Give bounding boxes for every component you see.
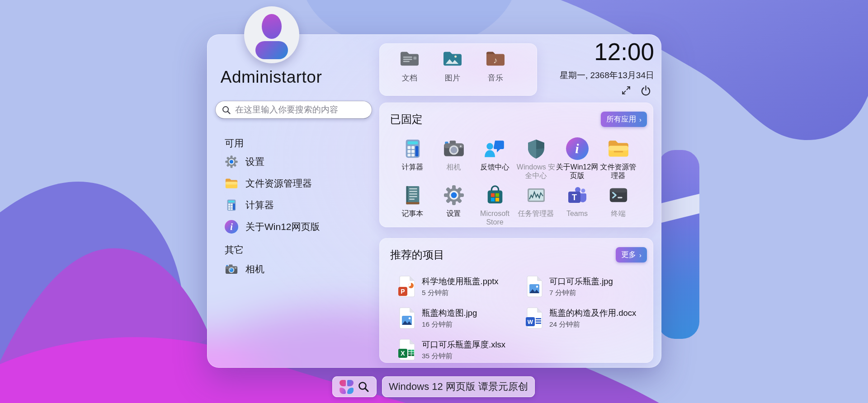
all-apps-button[interactable]: 所有应用 › bbox=[601, 112, 647, 127]
more-label: 更多 bbox=[621, 250, 636, 260]
search-input[interactable] bbox=[235, 105, 366, 115]
sidebar-item-settings[interactable]: 设置 bbox=[225, 151, 369, 173]
store-icon bbox=[483, 183, 507, 207]
svg-text:P: P bbox=[401, 288, 405, 295]
file-name: 科学地使用瓶盖.pptx bbox=[422, 276, 499, 287]
music-folder-icon: ♪ bbox=[485, 49, 506, 70]
notepad-icon bbox=[401, 183, 425, 207]
sidebar-item-label: 关于Win12网页版 bbox=[245, 220, 320, 233]
sidebar-item-camera[interactable]: 相机 bbox=[225, 258, 369, 280]
expand-button[interactable] bbox=[620, 84, 632, 96]
pinned-app-label: 任务管理器 bbox=[514, 210, 557, 218]
pinned-app-teams[interactable]: T Teams bbox=[557, 183, 598, 230]
sidebar-item-label: 计算器 bbox=[245, 199, 274, 211]
file-time: 7 分钟前 bbox=[549, 288, 613, 298]
search-bar[interactable] bbox=[215, 101, 372, 119]
gear-icon bbox=[225, 155, 238, 169]
folder-tile-pictures[interactable]: 图片 bbox=[433, 49, 472, 83]
folder-label: 文档 bbox=[402, 73, 417, 83]
recommended-item[interactable]: X 可口可乐瓶盖厚度.xlsx 35 分钟前 bbox=[398, 334, 525, 366]
powerpoint-file-icon: P bbox=[398, 276, 416, 297]
sidebar-item-file-explorer[interactable]: 文件资源管理器 bbox=[225, 173, 369, 194]
watermark-stripe bbox=[658, 190, 699, 226]
windows-logo-icon[interactable] bbox=[340, 380, 354, 394]
pinned-title: 已固定 bbox=[390, 112, 423, 127]
pinned-app-label: 记事本 bbox=[391, 210, 434, 218]
quick-folders-card: 文档 图片 ♪ 音乐 bbox=[379, 43, 537, 96]
pinned-app-about-win12[interactable]: i 关于Win12网页版 bbox=[557, 137, 598, 183]
pinned-app-microsoft-store[interactable]: Microsoft Store bbox=[474, 183, 515, 230]
taskbar-brand-pill[interactable]: Windows 12 网页版 谭景元原创 bbox=[382, 376, 535, 397]
folder-icon bbox=[225, 177, 238, 190]
camera-icon bbox=[442, 137, 466, 160]
calculator-icon bbox=[401, 137, 425, 160]
folder-tile-documents[interactable]: 文档 bbox=[390, 49, 429, 83]
pinned-app-feedback-hub[interactable]: 反馈中心 bbox=[474, 137, 515, 183]
file-time: 16 分钟前 bbox=[422, 320, 477, 329]
recommended-item[interactable]: 可口可乐瓶盖.jpg 7 分钟前 bbox=[525, 271, 653, 302]
windows-watermark-logo bbox=[658, 150, 699, 339]
sidebar-item-calculator[interactable]: 计算器 bbox=[225, 194, 369, 216]
power-icon bbox=[640, 85, 651, 96]
word-file-icon: W bbox=[525, 307, 543, 329]
folder-tile-music[interactable]: ♪ 音乐 bbox=[476, 49, 515, 83]
pinned-app-label: 反馈中心 bbox=[473, 163, 516, 172]
more-button[interactable]: 更多 › bbox=[616, 247, 647, 262]
recommended-item[interactable]: P 科学地使用瓶盖.pptx 5 分钟前 bbox=[398, 271, 525, 302]
pinned-app-label: 计算器 bbox=[391, 163, 434, 172]
camera-icon bbox=[225, 262, 238, 276]
desktop-screen: Administartor 可用 bbox=[0, 0, 868, 403]
excel-file-icon: X bbox=[398, 339, 416, 361]
info-icon: i bbox=[566, 137, 589, 160]
pinned-app-task-manager[interactable]: 任务管理器 bbox=[515, 183, 557, 230]
terminal-icon bbox=[607, 183, 630, 207]
file-name: 瓶盖的构造及作用.docx bbox=[549, 307, 636, 319]
folder-label: 图片 bbox=[445, 73, 460, 83]
file-time: 5 分钟前 bbox=[422, 288, 499, 298]
pinned-app-label: Windows 安全中心 bbox=[514, 163, 557, 180]
pinned-app-label: 相机 bbox=[432, 163, 475, 172]
gear-icon bbox=[442, 183, 466, 207]
folder-icon bbox=[607, 137, 630, 160]
pinned-app-calculator[interactable]: 计算器 bbox=[392, 137, 433, 183]
taskbar-brand-text: Windows 12 网页版 谭景元原创 bbox=[389, 380, 528, 394]
expand-icon bbox=[621, 85, 632, 96]
feedback-icon bbox=[483, 137, 507, 160]
sidebar-item-label: 文件资源管理器 bbox=[245, 177, 312, 190]
pinned-app-settings[interactable]: 设置 bbox=[433, 183, 474, 230]
pinned-app-label: 设置 bbox=[432, 210, 475, 218]
svg-text:W: W bbox=[528, 319, 533, 325]
sidebar: 可用 设置 bbox=[225, 136, 369, 280]
chevron-right-icon: › bbox=[639, 252, 642, 258]
documents-folder-icon bbox=[399, 49, 420, 70]
power-button[interactable] bbox=[640, 84, 651, 96]
shield-icon bbox=[524, 137, 548, 160]
folder-label: 音乐 bbox=[488, 73, 503, 83]
pinned-app-label: Teams bbox=[556, 210, 599, 218]
chevron-right-icon: › bbox=[639, 116, 642, 123]
recommended-grid: P 科学地使用瓶盖.pptx 5 分钟前 bbox=[398, 271, 653, 366]
sidebar-section-title-other: 其它 bbox=[225, 241, 369, 258]
user-avatar[interactable] bbox=[244, 6, 299, 63]
pinned-app-notepad[interactable]: 记事本 bbox=[392, 183, 433, 230]
pinned-card: 已固定 所有应用 › 计算器 bbox=[379, 103, 653, 227]
svg-text:♪: ♪ bbox=[493, 56, 498, 65]
pictures-folder-icon bbox=[442, 49, 463, 70]
pinned-app-label: 文件资源管理器 bbox=[597, 163, 640, 180]
file-time: 35 分钟前 bbox=[422, 351, 505, 361]
recommended-item[interactable]: 瓶盖构造图.jpg 16 分钟前 bbox=[398, 302, 525, 334]
pinned-app-label: Microsoft Store bbox=[473, 210, 516, 227]
recommended-item[interactable]: W 瓶盖的构造及作用.docx 24 分钟前 bbox=[525, 302, 653, 334]
pinned-app-terminal[interactable]: 终端 bbox=[598, 183, 639, 230]
taskbar-start-pill bbox=[332, 376, 377, 397]
pinned-app-camera[interactable]: 相机 bbox=[433, 137, 474, 183]
sidebar-section-title-available: 可用 bbox=[225, 136, 369, 151]
pinned-app-windows-security[interactable]: Windows 安全中心 bbox=[515, 137, 557, 183]
clock-time: 12:00 bbox=[560, 40, 654, 64]
sidebar-item-about-win12[interactable]: i 关于Win12网页版 bbox=[225, 216, 369, 238]
sidebar-item-label: 设置 bbox=[245, 155, 264, 168]
pinned-app-file-explorer[interactable]: 文件资源管理器 bbox=[598, 137, 639, 183]
taskbar-search-button[interactable] bbox=[358, 381, 369, 393]
pinned-app-label: 终端 bbox=[597, 210, 640, 218]
image-file-icon bbox=[398, 307, 416, 329]
